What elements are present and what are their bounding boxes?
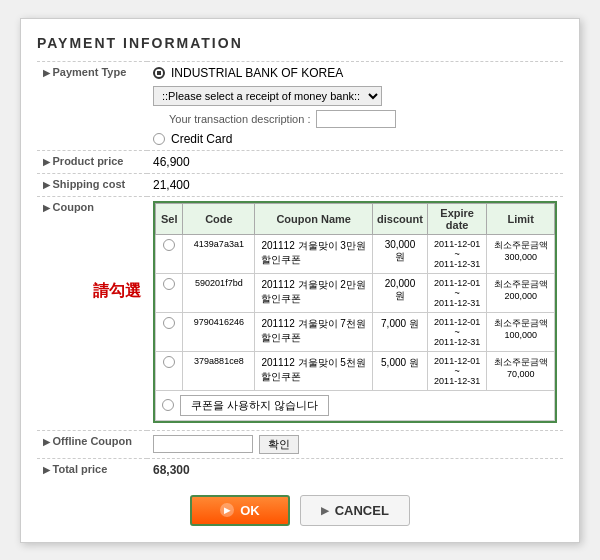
coupon-code-2: 9790416246 [183, 312, 255, 351]
coupon-limit-3: 최소주문금액70,000 [487, 351, 555, 390]
offline-coupon-row: Offline Coupon 확인 [37, 430, 563, 458]
col-header-limit: Limit [487, 203, 555, 234]
coupon-expire-1: 2011-12-01~2011-12-31 [427, 273, 486, 312]
cancel-tri-icon: ▶ [321, 505, 329, 516]
offline-coupon-label: Offline Coupon [37, 430, 147, 458]
coupon-data-row: 379a881ce8 201112 겨울맞이 5천원 할인쿠폰 5,000 원 … [156, 351, 555, 390]
coupon-table: Sel Code Coupon Name discount Expire dat… [155, 203, 555, 421]
no-coupon-radio[interactable] [162, 399, 174, 411]
coupon-expire-0: 2011-12-01~2011-12-31 [427, 234, 486, 273]
coupon-header-row: Sel Code Coupon Name discount Expire dat… [156, 203, 555, 234]
ok-label: OK [240, 503, 260, 518]
coupon-discount-0: 30,000 원 [372, 234, 427, 273]
coupon-code-3: 379a881ce8 [183, 351, 255, 390]
col-header-code: Code [183, 203, 255, 234]
coupon-discount-1: 20,000 원 [372, 273, 427, 312]
no-coupon-text: 쿠폰을 사용하지 않습니다 [180, 395, 329, 416]
offline-row: 확인 [153, 435, 557, 454]
product-price-label: Product price [37, 150, 147, 173]
payment-type-label: Payment Type [37, 61, 147, 150]
coupon-data-row: 4139a7a3a1 201112 겨울맞이 3만원 할인쿠폰 30,000 원… [156, 234, 555, 273]
col-header-sel: Sel [156, 203, 183, 234]
coupon-name-1: 201112 겨울맞이 2만원 할인쿠폰 [255, 273, 373, 312]
coupon-limit-2: 최소주문금액100,000 [487, 312, 555, 351]
shipping-cost-label: Shipping cost [37, 173, 147, 196]
credit-radio[interactable] [153, 133, 165, 145]
total-price-label: Total price [37, 458, 147, 481]
coupon-radio-0[interactable] [163, 239, 175, 251]
offline-coupon-content: 확인 [147, 430, 563, 458]
payment-type-content: INDUSTRIAL BANK OF KOREA ::Please select… [147, 61, 563, 150]
shipping-cost-value: 21,400 [147, 173, 563, 196]
transaction-row: Your transaction description : [169, 110, 557, 128]
coupon-limit-1: 최소주문금액200,000 [487, 273, 555, 312]
coupon-discount-3: 5,000 원 [372, 351, 427, 390]
transaction-input[interactable] [316, 110, 396, 128]
no-coupon-cell: 쿠폰을 사용하지 않습니다 [156, 390, 555, 420]
shipping-cost-row: Shipping cost 21,400 [37, 173, 563, 196]
coupon-expire-3: 2011-12-01~2011-12-31 [427, 351, 486, 390]
col-header-discount: discount [372, 203, 427, 234]
coupon-label: Coupon [37, 196, 147, 430]
cancel-label: CANCEL [335, 503, 389, 518]
coupon-thead: Sel Code Coupon Name discount Expire dat… [156, 203, 555, 234]
coupon-data-row: 9790416246 201112 겨울맞이 7천원 할인쿠폰 7,000 원 … [156, 312, 555, 351]
payment-type-row: Payment Type INDUSTRIAL BANK OF KOREA ::… [37, 61, 563, 150]
coupon-sel-2[interactable] [156, 312, 183, 351]
credit-row: Credit Card [153, 132, 557, 146]
coupon-limit-0: 최소주문금액300,000 [487, 234, 555, 273]
offline-coupon-input[interactable] [153, 435, 253, 453]
ok-play-icon: ▶ [220, 503, 234, 517]
coupon-name-3: 201112 겨울맞이 5천원 할인쿠폰 [255, 351, 373, 390]
offline-confirm-button[interactable]: 확인 [259, 435, 299, 454]
cancel-button[interactable]: ▶ CANCEL [300, 495, 410, 526]
coupon-radio-3[interactable] [163, 356, 175, 368]
coupon-outer: Sel Code Coupon Name discount Expire dat… [153, 201, 557, 423]
coupon-sel-0[interactable] [156, 234, 183, 273]
coupon-wrapper: 請勾選 Sel Code Coupon Name discount Expire… [153, 201, 557, 423]
coupon-data-row: 590201f7bd 201112 겨울맞이 2만원 할인쿠폰 20,000 원… [156, 273, 555, 312]
coupon-content: 請勾選 Sel Code Coupon Name discount Expire… [147, 196, 563, 430]
coupon-discount-2: 7,000 원 [372, 312, 427, 351]
coupon-code-1: 590201f7bd [183, 273, 255, 312]
coupon-radio-2[interactable] [163, 317, 175, 329]
coupon-radio-1[interactable] [163, 278, 175, 290]
payment-dialog: PAYMENT INFORMATION Payment Type INDUSTR… [20, 18, 580, 543]
coupon-code-0: 4139a7a3a1 [183, 234, 255, 273]
coupon-row: Coupon 請勾選 Sel Code Coupon Name discount [37, 196, 563, 430]
bank-radio[interactable] [153, 67, 165, 79]
coupon-tbody: 4139a7a3a1 201112 겨울맞이 3만원 할인쿠폰 30,000 원… [156, 234, 555, 420]
bank-row: INDUSTRIAL BANK OF KOREA ::Please select… [153, 66, 557, 106]
bank-select[interactable]: ::Please select a receipt of money bank:… [153, 86, 382, 106]
coupon-name-2: 201112 겨울맞이 7천원 할인쿠폰 [255, 312, 373, 351]
coupon-name-0: 201112 겨울맞이 3만원 할인쿠폰 [255, 234, 373, 273]
col-header-name: Coupon Name [255, 203, 373, 234]
total-price-value: 68,300 [147, 458, 563, 481]
form-table: Payment Type INDUSTRIAL BANK OF KOREA ::… [37, 61, 563, 481]
dialog-title: PAYMENT INFORMATION [37, 35, 563, 51]
credit-label: Credit Card [171, 132, 232, 146]
ok-button[interactable]: ▶ OK [190, 495, 290, 526]
product-price-value: 46,900 [147, 150, 563, 173]
coupon-sel-1[interactable] [156, 273, 183, 312]
no-coupon-row: 쿠폰을 사용하지 않습니다 [156, 390, 555, 420]
bank-name-label: INDUSTRIAL BANK OF KOREA [171, 66, 343, 80]
no-coupon-label-container: 쿠폰을 사용하지 않습니다 [162, 395, 548, 416]
annotation-left: 請勾選 [93, 281, 141, 302]
product-price-row: Product price 46,900 [37, 150, 563, 173]
total-price-row: Total price 68,300 [37, 458, 563, 481]
button-bar: ▶ OK ▶ CANCEL [37, 495, 563, 526]
col-header-expire: Expire date [427, 203, 486, 234]
coupon-sel-3[interactable] [156, 351, 183, 390]
transaction-label: Your transaction description : [169, 113, 310, 125]
coupon-expire-2: 2011-12-01~2011-12-31 [427, 312, 486, 351]
